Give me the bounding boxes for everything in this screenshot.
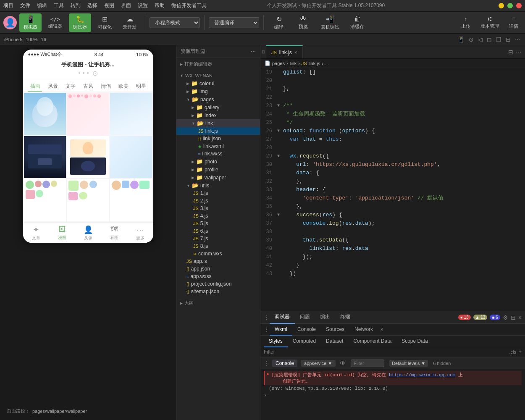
phone-bottom-manga[interactable]: 🖼 漫图 <box>49 225 75 241</box>
menu-item-tools[interactable]: 工具 <box>54 2 64 9</box>
folder-link[interactable]: ▼ 📂 link <box>176 119 260 127</box>
styles-tab-dataset[interactable]: Dataset <box>321 336 348 347</box>
styles-tab-scope-data[interactable]: Scope Data <box>396 336 433 347</box>
rotate-icon[interactable]: 📱 <box>457 36 465 43</box>
folder-profile[interactable]: ▶ 📁 profile <box>176 165 260 173</box>
file-4js[interactable]: JS4.js <box>176 212 260 220</box>
back-icon[interactable]: ◁ <box>478 36 483 43</box>
file-1js[interactable]: JS1.js <box>176 189 260 197</box>
gallery-item-5[interactable] <box>67 136 109 178</box>
real-device-button[interactable]: 📲 真机调试 <box>317 13 344 32</box>
menu-item-view[interactable]: 视图 <box>104 2 114 9</box>
open-editors-header[interactable]: ▶ 打开的编辑器 <box>176 60 260 68</box>
phone-tab-celebrity[interactable]: 明星 <box>132 80 150 92</box>
phone-bottom-avatar[interactable]: 👤 头像 <box>75 225 101 241</box>
phone-bottom-more[interactable]: ⋯ 更多 <box>127 225 153 241</box>
menu-item-project[interactable]: 项目 <box>3 2 13 9</box>
detail-button[interactable]: ≡ 详情 <box>506 14 522 31</box>
file-6js[interactable]: JS6.js <box>176 227 260 235</box>
file-8js[interactable]: JS8.js <box>176 242 260 250</box>
appservice-selector[interactable]: appservice ▼ <box>301 360 336 367</box>
editor-code-area[interactable]: 19 gglist: [] 20 21 }, <box>260 68 525 311</box>
folder-index[interactable]: ▶ 📁 index <box>176 111 260 119</box>
menu-item-help[interactable]: 帮助 <box>155 2 165 9</box>
menu-item-select[interactable]: 选择 <box>87 2 97 9</box>
inner-tab-wxml[interactable]: Wxml <box>270 324 292 336</box>
debugger-button[interactable]: 🐛 调试器 <box>69 13 91 32</box>
layout-icon[interactable]: ⊟ <box>506 36 511 43</box>
phone-bottom-browse[interactable]: 🗺 看图 <box>101 225 127 241</box>
file-sitemap[interactable]: {}sitemap.json <box>176 288 260 295</box>
phone-tab-couple[interactable]: 情侣 <box>97 80 115 92</box>
phone-tab-landscape[interactable]: 风景 <box>44 80 62 92</box>
compile-button[interactable]: ↻ 编译 <box>268 13 290 32</box>
menu-item-wechat[interactable]: 微信开发者工具 <box>171 2 207 9</box>
phone-bottom-article[interactable]: ✦ 文章 <box>23 225 49 241</box>
styles-tab-component-data[interactable]: Component Data <box>348 336 396 347</box>
clear-cache-button[interactable]: 🗑 清缓存 <box>346 13 368 32</box>
menu-item-interface[interactable]: 界面 <box>121 2 131 9</box>
capture-icon[interactable]: ⊙ <box>469 36 474 43</box>
filter-plus-icon[interactable]: + <box>519 349 522 355</box>
file-7js[interactable]: JS7.js <box>176 235 260 242</box>
tab-link-js[interactable]: JS link.js × <box>266 45 303 58</box>
gallery-item-4[interactable] <box>24 136 66 178</box>
devtools-split-icon[interactable]: ⊟ <box>511 314 516 321</box>
window-maximize[interactable] <box>507 3 513 8</box>
gallery-item-3[interactable] <box>110 93 152 135</box>
phone-menu-dots[interactable]: • • • <box>78 69 89 77</box>
split-icon[interactable]: ❐ <box>496 36 501 43</box>
outline-header[interactable]: ▶ 大纲 <box>176 299 260 307</box>
avatar[interactable]: 👤 <box>3 16 17 29</box>
upload-button[interactable]: ↑ 上传 <box>458 14 474 31</box>
devtools-filter-input[interactable] <box>264 349 509 355</box>
breadcrumb-link[interactable]: link <box>290 61 297 66</box>
gallery-item-8[interactable] <box>67 179 109 221</box>
devtools-tab-issues[interactable]: 问题 <box>295 311 315 324</box>
menu-item-settings[interactable]: 设置 <box>138 2 148 9</box>
simulator-button[interactable]: 📱 模拟器 <box>19 13 42 32</box>
tab-settings-icon[interactable]: ⊟ <box>260 45 266 58</box>
inner-tab-console[interactable]: Console <box>292 324 321 336</box>
phone-action-icon[interactable]: ⊙ <box>92 69 98 77</box>
home-icon[interactable]: ◻ <box>487 36 492 43</box>
file-project-config[interactable]: {}project.config.json <box>176 280 260 288</box>
tab-close-icon[interactable]: × <box>294 50 297 55</box>
inner-tab-more[interactable]: » <box>378 324 386 336</box>
console-eye-icon[interactable]: 👁 <box>340 360 346 367</box>
file-app-json[interactable]: {}app.json <box>176 265 260 273</box>
compiler-select[interactable]: 普通编译 <box>209 17 259 28</box>
phone-tab-western[interactable]: 欧美 <box>115 80 132 92</box>
styles-tab-computed[interactable]: Computed <box>288 336 321 347</box>
gallery-item-6[interactable] <box>110 136 152 178</box>
devtools-tab-debugger[interactable]: 调试器 <box>270 311 295 324</box>
devtools-settings-icon[interactable]: ⚙ <box>503 314 508 321</box>
breadcrumb-pages[interactable]: pages <box>272 61 285 66</box>
folder-wallpaper[interactable]: ▶ 📁 wallpaper <box>176 173 260 181</box>
folder-gallery[interactable]: ▶ 📁 gallery <box>176 103 260 111</box>
devtools-close-icon[interactable]: × <box>518 314 522 321</box>
editor-button[interactable]: </> 编辑器 <box>44 14 66 31</box>
file-link-json[interactable]: {} link.json <box>176 135 260 142</box>
default-levels-selector[interactable]: Default levels ▼ <box>389 360 428 367</box>
menu-item-file[interactable]: 文件 <box>20 2 30 9</box>
devtools-tab-terminal[interactable]: 终端 <box>335 311 355 324</box>
gallery-item-2[interactable] <box>67 93 109 135</box>
file-app-js[interactable]: JSapp.js <box>176 257 260 265</box>
phone-tab-ancient[interactable]: 古风 <box>79 80 97 92</box>
window-minimize[interactable] <box>499 3 504 8</box>
window-close[interactable] <box>516 3 522 8</box>
console-filter-input[interactable] <box>351 360 384 367</box>
file-3js[interactable]: JS3.js <box>176 205 260 212</box>
inner-tab-network[interactable]: Network <box>349 324 378 336</box>
cloud-button[interactable]: ☁ 云开发 <box>118 13 141 32</box>
file-tree-more[interactable]: ⋯ <box>251 49 256 55</box>
folder-pages[interactable]: ▼ 📂 pages <box>176 95 260 103</box>
folder-colorui[interactable]: ▶ 📁 colorui <box>176 79 260 87</box>
file-app-wxss[interactable]: ≈app.wxss <box>176 273 260 280</box>
breadcrumb-filename[interactable]: link.js <box>309 61 320 66</box>
menu-item-edit[interactable]: 编辑 <box>37 2 47 9</box>
mode-select[interactable]: 小程序模式 <box>150 17 200 28</box>
error-link[interactable]: https://mp.weixin.qq.com <box>389 373 455 378</box>
phone-tab-illustration[interactable]: 插画 <box>26 80 44 92</box>
